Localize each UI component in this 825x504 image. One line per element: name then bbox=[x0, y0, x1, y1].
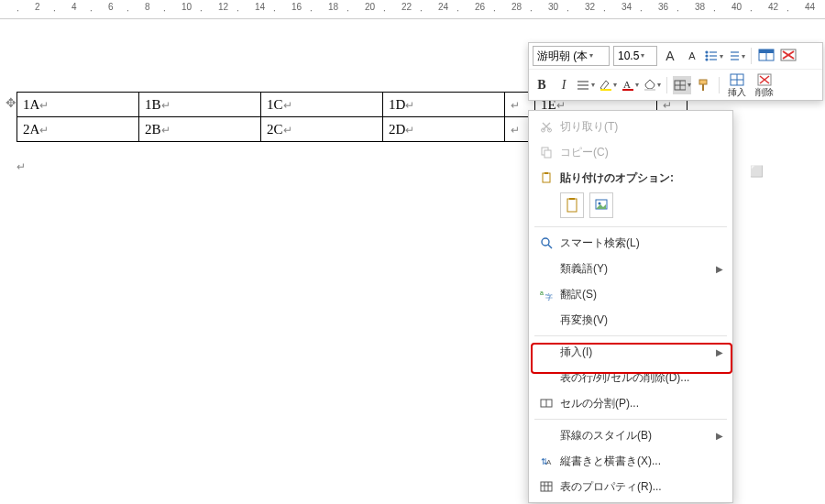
separator bbox=[534, 419, 727, 420]
ctx-border-style-label: 罫線のスタイル(B) bbox=[560, 428, 716, 444]
ruler-tick: 36 bbox=[658, 2, 668, 12]
delete-cells-button[interactable]: 削除 bbox=[753, 72, 776, 97]
table-cell[interactable]: 2C↵ bbox=[261, 117, 383, 142]
cell-text: 2C bbox=[267, 122, 283, 137]
ctx-border-style[interactable]: 罫線のスタイル(B) ▶ bbox=[529, 422, 732, 448]
ruler-minor-tick: · bbox=[640, 5, 643, 16]
ruler-tick: 38 bbox=[695, 2, 705, 12]
svg-rect-26 bbox=[702, 84, 704, 91]
ctx-delete-cells-label: 表の行/列/セルの削除(D)... bbox=[560, 370, 723, 386]
ctx-insert-label: 挿入(I) bbox=[560, 345, 716, 360]
ruler-tick: 18 bbox=[328, 2, 338, 12]
cell-text: 1C bbox=[267, 97, 283, 112]
ctx-reconvert[interactable]: 再変換(V) bbox=[529, 307, 732, 333]
italic-button[interactable]: I bbox=[555, 76, 573, 94]
svg-line-44 bbox=[548, 245, 552, 248]
ruler-minor-tick: · bbox=[16, 5, 19, 16]
ctx-copy[interactable]: コピー(C) bbox=[529, 139, 732, 165]
svg-rect-18 bbox=[600, 89, 611, 91]
separator bbox=[534, 226, 727, 227]
cell-mark: ↵ bbox=[511, 99, 520, 112]
insert-cells-button[interactable]: 挿入 bbox=[725, 72, 749, 97]
svg-text:A: A bbox=[546, 458, 552, 466]
paste-keep-source-button[interactable] bbox=[560, 192, 584, 218]
ruler-minor-tick: · bbox=[676, 5, 679, 16]
cell-mark: ↵ bbox=[511, 124, 520, 137]
separator bbox=[666, 77, 667, 93]
ruler-tick: 40 bbox=[732, 2, 742, 12]
ctx-text-direction[interactable]: ⇅A 縦書きと横書き(X)... bbox=[529, 448, 732, 474]
ruler-minor-tick: · bbox=[90, 5, 93, 16]
align-button[interactable]: ▾ bbox=[577, 76, 595, 94]
ruler-tick: 16 bbox=[292, 2, 302, 12]
ctx-cut[interactable]: 切り取り(T) bbox=[529, 114, 732, 139]
ctx-smart-lookup[interactable]: スマート検索(L) bbox=[529, 230, 732, 256]
ruler-minor-tick: · bbox=[383, 5, 386, 16]
ruler-minor-tick: · bbox=[456, 5, 459, 16]
ctx-reconvert-label: 再変換(V) bbox=[560, 312, 723, 328]
ruler-tick: 6 bbox=[108, 2, 114, 12]
table-anchor-icon[interactable]: ✥ bbox=[6, 95, 16, 110]
ruler-minor-tick: · bbox=[493, 5, 496, 16]
ruler-minor-tick: · bbox=[126, 5, 129, 16]
chevron-down-icon: ▾ bbox=[657, 81, 661, 89]
cell-mark: ↵ bbox=[161, 124, 170, 137]
ruler-tick: 10 bbox=[182, 2, 192, 12]
paste-picture-button[interactable] bbox=[589, 192, 613, 218]
font-name-value: 游明朝 (本 bbox=[537, 48, 588, 64]
search-icon bbox=[536, 236, 556, 249]
chevron-down-icon: ▾ bbox=[591, 81, 595, 89]
shading-button[interactable]: ▾ bbox=[643, 76, 661, 94]
ruler-minor-tick: · bbox=[273, 5, 276, 16]
ruler-tick: 42 bbox=[768, 2, 778, 12]
table-cell[interactable]: 1D↵ bbox=[383, 93, 505, 117]
ruler-minor-tick: · bbox=[200, 5, 203, 16]
separator bbox=[751, 48, 752, 64]
ctx-insert[interactable]: 挿入(I) ▶ bbox=[529, 339, 732, 365]
ctx-delete-cells[interactable]: 表の行/列/セルの削除(D)... bbox=[529, 365, 732, 390]
chevron-down-icon: ▾ bbox=[641, 48, 644, 64]
ruler-minor-tick: · bbox=[310, 5, 313, 16]
table-cell[interactable]: 2B↵ bbox=[139, 117, 261, 142]
table-eraser-icon[interactable] bbox=[779, 47, 798, 65]
chevron-down-icon: ▾ bbox=[589, 48, 593, 64]
ctx-smart-lookup-label: スマート検索(L) bbox=[560, 236, 723, 251]
table-cell[interactable]: 1A↵ bbox=[17, 93, 139, 117]
ctx-split-cells[interactable]: セルの分割(P)... bbox=[529, 390, 732, 416]
font-name-combo[interactable]: 游明朝 (本 ▾ bbox=[533, 46, 610, 66]
cell-text: 1B bbox=[145, 97, 161, 112]
table-cell[interactable]: 1B↵ bbox=[139, 93, 261, 117]
ctx-synonyms[interactable]: 類義語(Y) ▶ bbox=[529, 256, 732, 281]
horizontal-ruler: 2·4·6·8·10·12·14·16·18·20·22·24·26·28·30… bbox=[0, 0, 825, 19]
cell-text: 1A bbox=[23, 97, 39, 112]
table-cell[interactable]: 1C↵ bbox=[261, 93, 383, 117]
bold-button[interactable]: B bbox=[533, 76, 551, 94]
row-end-mark: ⬜ bbox=[750, 165, 764, 178]
bullets-icon[interactable]: ▾ bbox=[705, 47, 723, 65]
table-cell[interactable]: 2D↵ bbox=[383, 117, 505, 142]
chevron-down-icon: ▾ bbox=[635, 81, 639, 89]
svg-rect-51 bbox=[541, 482, 552, 491]
shrink-font-button[interactable]: A bbox=[683, 47, 701, 65]
ctx-table-properties[interactable]: 表のプロパティ(R)... bbox=[529, 474, 732, 499]
ctx-table-properties-label: 表のプロパティ(R)... bbox=[560, 479, 723, 495]
font-size-combo[interactable]: 10.5 ▾ bbox=[613, 46, 657, 66]
format-painter-button[interactable] bbox=[695, 76, 713, 94]
table-styles-icon[interactable] bbox=[757, 47, 776, 65]
highlight-button[interactable]: ▾ bbox=[599, 76, 617, 94]
svg-point-43 bbox=[542, 238, 549, 246]
ctx-translate[interactable]: a字 翻訳(S) bbox=[529, 281, 732, 307]
chevron-down-icon: ▾ bbox=[613, 81, 617, 89]
ruler-minor-tick: · bbox=[163, 5, 166, 16]
table-cell[interactable]: 2A↵ bbox=[17, 117, 139, 142]
ruler-minor-tick: · bbox=[420, 5, 423, 16]
font-color-button[interactable]: A ▾ bbox=[621, 76, 639, 94]
ctx-paste-options-header: 貼り付けのオプション: bbox=[529, 165, 732, 191]
borders-button[interactable]: ▾ bbox=[673, 76, 691, 94]
grow-font-button[interactable]: A bbox=[661, 47, 679, 65]
cell-text: 2B bbox=[145, 122, 161, 137]
ctx-cut-label: 切り取り(T) bbox=[560, 119, 723, 135]
numbering-icon[interactable]: ▾ bbox=[727, 47, 745, 65]
ruler-minor-tick: · bbox=[750, 5, 753, 16]
cell-mark: ↵ bbox=[161, 99, 170, 112]
